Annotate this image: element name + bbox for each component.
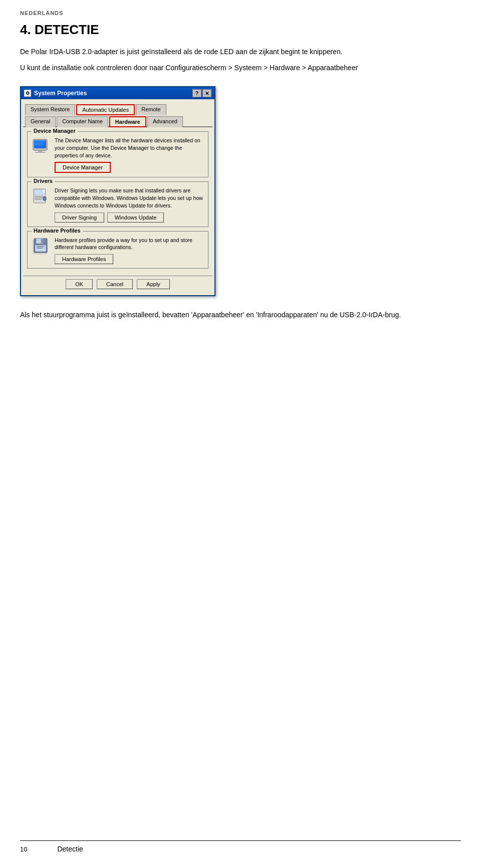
ok-button[interactable]: OK (66, 279, 93, 289)
svg-rect-9 (35, 196, 45, 197)
tab-general[interactable]: General (25, 116, 56, 127)
dialog-footer: OK Cancel Apply (23, 276, 212, 293)
device-manager-button[interactable]: Device Manager (55, 162, 111, 173)
dialog-icon: ⚙ (24, 90, 31, 97)
dialog-content: Device Manager (23, 127, 212, 276)
svg-rect-1 (34, 140, 46, 148)
svg-rect-12 (42, 190, 45, 193)
device-manager-icon (32, 137, 51, 156)
dialog-title: System Properties (34, 90, 87, 97)
driver-signing-button[interactable]: Driver Signing (55, 212, 104, 223)
svg-rect-10 (35, 197, 44, 198)
hardware-profiles-section: Hardware Profiles (27, 231, 208, 269)
tab-remote[interactable]: Remote (136, 104, 166, 115)
paragraph1: De Polar IrDA-USB 2.0-adapter is juist g… (20, 47, 461, 57)
drivers-description: Driver Signing lets you make sure that i… (55, 187, 204, 209)
dialog-titlebar: ⚙ System Properties ? ✕ (21, 87, 214, 99)
device-manager-title: Device Manager (32, 128, 78, 134)
drivers-title: Drivers (32, 178, 55, 184)
device-manager-description: The Device Manager lists all the hardwar… (55, 137, 204, 159)
svg-rect-20 (37, 248, 43, 249)
drivers-icon: ✓ (32, 187, 51, 206)
svg-rect-19 (37, 246, 45, 247)
svg-rect-3 (35, 152, 45, 153)
svg-rect-2 (38, 150, 42, 152)
system-properties-dialog: ⚙ System Properties ? ✕ System Restore A… (20, 86, 215, 296)
apply-button[interactable]: Apply (137, 279, 170, 289)
paragraph2: U kunt de installatie ook controleren do… (20, 62, 461, 73)
help-button[interactable]: ? (192, 89, 201, 97)
close-button[interactable]: ✕ (202, 89, 211, 97)
hardware-profiles-button[interactable]: Hardware Profiles (55, 254, 113, 264)
cancel-button[interactable]: Cancel (97, 279, 133, 289)
svg-rect-8 (35, 190, 43, 195)
svg-rect-17 (41, 239, 43, 243)
section-title: 4. DETECTIE (20, 22, 461, 38)
footer-text: Als het stuurprogramma juist is geïnstal… (20, 309, 461, 320)
page-number: 10 (20, 845, 27, 853)
tab-bar-row2: General Computer Name Hardware Advanced (23, 114, 212, 127)
tab-hardware[interactable]: Hardware (109, 116, 146, 127)
device-manager-section: Device Manager (27, 131, 208, 177)
tab-automatic-updates[interactable]: Automatic Updates (76, 104, 135, 115)
page-label: Detectie (57, 845, 83, 853)
svg-rect-11 (35, 199, 42, 200)
hardware-profiles-icon (32, 237, 51, 256)
drivers-section: Drivers (27, 181, 208, 227)
svg-text:✓: ✓ (44, 197, 46, 200)
tab-computer-name[interactable]: Computer Name (57, 116, 108, 127)
hardware-profiles-title: Hardware Profiles (32, 228, 83, 234)
tab-advanced[interactable]: Advanced (147, 116, 183, 127)
language-label: NEDERLANDS (20, 10, 461, 16)
page-footer: 10 Detectie (20, 840, 461, 853)
windows-update-button[interactable]: Windows Update (107, 212, 164, 223)
tab-system-restore[interactable]: System Restore (25, 104, 75, 115)
tab-bar: System Restore Automatic Updates Remote (23, 101, 212, 115)
hardware-profiles-description: Hardware profiles provide a way for you … (55, 237, 204, 251)
